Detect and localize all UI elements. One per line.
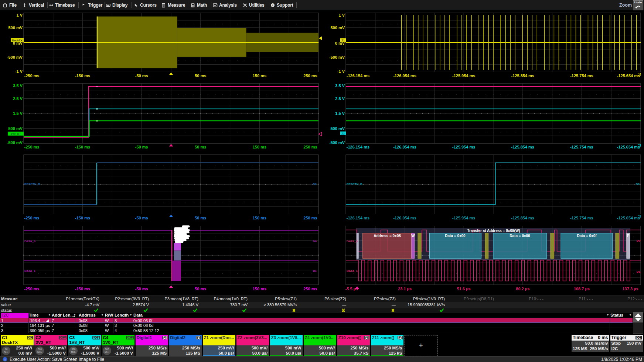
svg-text:137.3 µs: 137.3 µs xyxy=(622,287,638,291)
svg-text:-150 ms: -150 ms xyxy=(75,287,90,291)
svg-text:i: i xyxy=(4,357,6,361)
svg-text:-50 ms: -50 ms xyxy=(135,145,148,149)
svg-text:500 mV: 500 mV xyxy=(330,25,345,30)
svg-text:DATA_1: DATA_1 xyxy=(347,269,358,273)
svg-text:-500 mV: -500 mV xyxy=(7,140,23,145)
svg-text:Z1: Z1 xyxy=(341,39,345,42)
svg-text:150 ms: 150 ms xyxy=(253,74,266,78)
svg-text:51.6 µs: 51.6 µs xyxy=(457,287,471,291)
svg-text:150 ms: 150 ms xyxy=(253,145,266,149)
svg-text:W: W xyxy=(411,234,415,238)
svg-text:3.5 V: 3.5 V xyxy=(335,83,345,88)
svg-text:D0: D0 xyxy=(313,240,317,243)
svg-text:-1 V: -1 V xyxy=(15,69,23,74)
svg-text:-50 ms: -50 ms xyxy=(135,287,148,291)
svg-text:150 ms: 150 ms xyxy=(253,287,266,291)
svg-text:-126.154 ms: -126.154 ms xyxy=(347,74,369,78)
svg-text:-250 ms: -250 ms xyxy=(24,145,40,149)
svg-text:D8: D8 xyxy=(313,182,317,186)
svg-text:-125.654 ms: -125.654 ms xyxy=(617,145,640,149)
svg-text:2.5 V: 2.5 V xyxy=(13,96,23,101)
svg-text:P: P xyxy=(627,234,630,238)
svg-text:Data = 0x0f: Data = 0x0f xyxy=(577,234,597,238)
svg-text:500 mV: 500 mV xyxy=(8,126,23,131)
svg-text:500 mV: 500 mV xyxy=(330,126,345,131)
svg-text:3.5 V: 3.5 V xyxy=(13,83,23,88)
svg-text:50 ms: 50 ms xyxy=(195,287,206,291)
svg-text:-125.954 ms: -125.954 ms xyxy=(452,145,475,149)
svg-text:250 ms: 250 ms xyxy=(303,145,317,149)
svg-text:250 ms: 250 ms xyxy=(303,287,317,291)
svg-text:-125.854 ms: -125.854 ms xyxy=(511,145,534,149)
svg-text:Address = 0x08: Address = 0x08 xyxy=(374,234,401,238)
svg-text:-125.754 ms: -125.754 ms xyxy=(570,145,593,149)
svg-text:-500 mV: -500 mV xyxy=(7,55,23,59)
svg-text:-125.654 ms: -125.654 ms xyxy=(617,74,640,78)
svg-text:-250 ms: -250 ms xyxy=(24,74,40,78)
svg-text:108.7 µs: 108.7 µs xyxy=(574,287,590,291)
svg-text:D0: D0 xyxy=(637,239,641,242)
svg-text:-1 V: -1 V xyxy=(337,69,345,74)
svg-text:DockTX: DockTX xyxy=(12,39,23,42)
svg-text:-500 mV: -500 mV xyxy=(329,140,345,145)
svg-text:-50 ms: -50 ms xyxy=(135,74,148,78)
svg-text:1.5 V: 1.5 V xyxy=(13,111,23,116)
svg-text:Data = 0x00: Data = 0x00 xyxy=(445,234,466,238)
svg-text:-250 ms: -250 ms xyxy=(24,216,40,220)
svg-text:500 mV: 500 mV xyxy=(8,25,23,30)
svg-text:80.2 µs: 80.2 µs xyxy=(516,287,529,291)
svg-text:-150 ms: -150 ms xyxy=(75,216,90,220)
svg-text:50 ms: 50 ms xyxy=(195,74,206,78)
svg-text:-125.954 ms: -125.954 ms xyxy=(452,216,475,220)
svg-text:50 ms: 50 ms xyxy=(195,145,206,149)
svg-text:23.1 µs: 23.1 µs xyxy=(398,287,412,291)
svg-text:250 ms: 250 ms xyxy=(303,74,317,78)
svg-text:50 ms: 50 ms xyxy=(195,216,206,220)
svg-text:D8: D8 xyxy=(636,182,640,186)
svg-text:DATA_0: DATA_0 xyxy=(347,240,358,243)
svg-text:1V0_RT: 1V0_RT xyxy=(11,132,21,136)
svg-text:-126.154 ms: -126.154 ms xyxy=(347,145,369,149)
svg-text:-50 ms: -50 ms xyxy=(135,216,148,220)
svg-text:150 ms: 150 ms xyxy=(253,216,266,220)
svg-text:DATA_1: DATA_1 xyxy=(24,269,35,273)
svg-text:RESETN_B: RESETN_B xyxy=(347,182,362,186)
svg-text:RESETN_B: RESETN_B xyxy=(24,182,40,186)
svg-text:D1: D1 xyxy=(637,270,641,273)
svg-text:-150 ms: -150 ms xyxy=(75,74,90,78)
svg-text:-125.654 ms: -125.654 ms xyxy=(617,216,640,220)
svg-text:D1: D1 xyxy=(313,269,317,273)
svg-text:-250 ms: -250 ms xyxy=(24,287,40,291)
svg-text:Data = 0x06: Data = 0x06 xyxy=(510,234,530,238)
svg-text:Z2: Z2 xyxy=(341,132,345,135)
svg-text:-126.054 ms: -126.054 ms xyxy=(393,216,416,220)
svg-text:-500 mV: -500 mV xyxy=(329,55,345,59)
svg-text:1 V: 1 V xyxy=(338,13,345,17)
svg-text:1.5 V: 1.5 V xyxy=(335,111,345,116)
svg-text:1 V: 1 V xyxy=(16,13,23,17)
svg-text:-125.854 ms: -125.854 ms xyxy=(511,74,534,78)
svg-text:250 ms: 250 ms xyxy=(303,216,317,220)
svg-text:-126.054 ms: -126.054 ms xyxy=(393,74,416,78)
svg-text:DATA_0: DATA_0 xyxy=(24,240,35,243)
svg-text:-125.854 ms: -125.854 ms xyxy=(511,216,534,220)
svg-text:-126.154 ms: -126.154 ms xyxy=(347,216,369,220)
svg-text:-150 ms: -150 ms xyxy=(75,145,90,149)
svg-text:-125.754 ms: -125.754 ms xyxy=(570,74,593,78)
svg-text:2.5 V: 2.5 V xyxy=(335,96,345,101)
svg-text:-125.754 ms: -125.754 ms xyxy=(570,216,593,220)
svg-text:-125.954 ms: -125.954 ms xyxy=(452,74,475,78)
svg-text:-126.054 ms: -126.054 ms xyxy=(393,145,416,149)
svg-text:Transfer at Address = 0x08(W): Transfer at Address = 0x08(W) xyxy=(467,229,520,233)
